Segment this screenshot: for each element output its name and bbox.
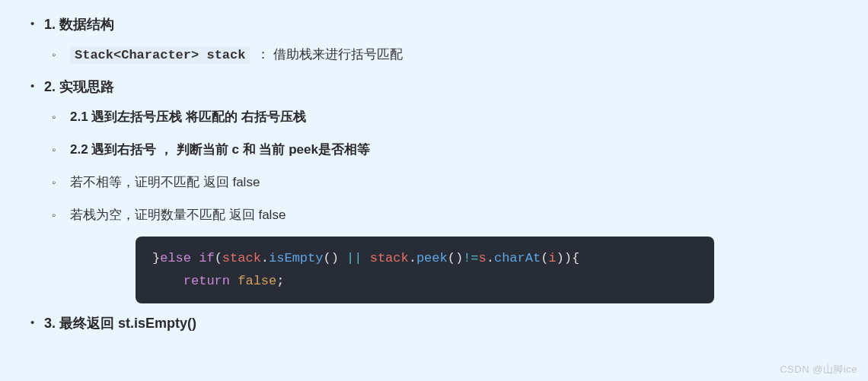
item-1: 1. 数据结构 Stack<Character> stack ： 借助栈来进行括… bbox=[44, 15, 838, 67]
document-container: 1. 数据结构 Stack<Character> stack ： 借助栈来进行括… bbox=[0, 0, 868, 381]
item-2-sublist: 2.1 遇到左括号压栈 将匹配的 右括号压栈 2.2 遇到右括号 ， 判断当前 … bbox=[44, 106, 838, 227]
code-line-1: }else if(stack.isEmpty() || stack.peek()… bbox=[152, 247, 697, 270]
inline-code-desc: ： 借助栈来进行括号匹配 bbox=[253, 47, 402, 62]
item-2-sub2: 2.2 遇到右括号 ， 判断当前 c 和 当前 peek是否相等 bbox=[70, 139, 838, 161]
code-line-2: return false; bbox=[152, 270, 697, 293]
heading-2: 2. 实现思路 bbox=[44, 79, 114, 94]
inline-code-stack: Stack<Character> stack bbox=[70, 46, 250, 64]
heading-3: 3. 最终返回 st.isEmpty() bbox=[44, 316, 196, 331]
code-block: }else if(stack.isEmpty() || stack.peek()… bbox=[136, 237, 714, 303]
item-1-sub1: Stack<Character> stack ： 借助栈来进行括号匹配 bbox=[70, 44, 838, 67]
watermark: CSDN @山脚ice bbox=[780, 363, 857, 376]
subheading-2-2: 2.2 遇到右括号 ， 判断当前 c 和 当前 peek是否相等 bbox=[70, 142, 370, 157]
text-2-4: 若栈为空，证明数量不匹配 返回 false bbox=[70, 208, 286, 222]
heading-1: 1. 数据结构 bbox=[44, 17, 114, 32]
text-2-3: 若不相等，证明不匹配 返回 false bbox=[70, 175, 260, 189]
subheading-2-1: 2.1 遇到左括号压栈 将匹配的 右括号压栈 bbox=[70, 110, 306, 124]
item-2-sub4: 若栈为空，证明数量不匹配 返回 false bbox=[70, 205, 838, 227]
item-3: 3. 最终返回 st.isEmpty() bbox=[44, 314, 838, 332]
outer-list: 1. 数据结构 Stack<Character> stack ： 借助栈来进行括… bbox=[30, 15, 838, 332]
item-2-sub3: 若不相等，证明不匹配 返回 false bbox=[70, 172, 838, 194]
item-2: 2. 实现思路 2.1 遇到左括号压栈 将匹配的 右括号压栈 2.2 遇到右括号… bbox=[44, 78, 838, 303]
item-2-sub1: 2.1 遇到左括号压栈 将匹配的 右括号压栈 bbox=[70, 106, 838, 129]
item-1-sublist: Stack<Character> stack ： 借助栈来进行括号匹配 bbox=[44, 44, 838, 67]
